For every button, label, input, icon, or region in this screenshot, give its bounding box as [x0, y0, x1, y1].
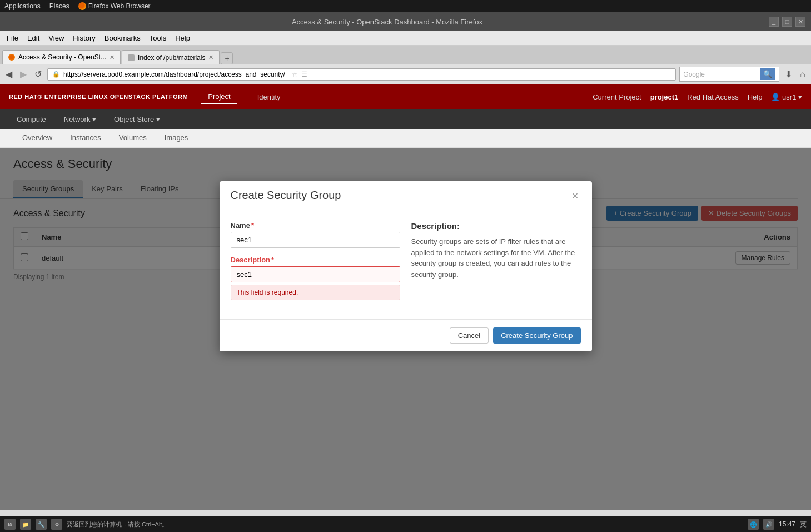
- tab-bar: Access & Security - OpenSt... ✕ Index of…: [0, 46, 811, 64]
- tab-access-security[interactable]: Access & Security - OpenSt... ✕: [2, 50, 121, 64]
- header-user[interactable]: 👤 usr1 ▾: [771, 93, 802, 101]
- firefox-label: Firefox Web Browser: [88, 2, 151, 10]
- horizontal-scrollbar[interactable]: [0, 510, 811, 516]
- submit-button[interactable]: Create Security Group: [493, 327, 580, 344]
- description-title: Description:: [411, 221, 581, 231]
- minimize-button[interactable]: _: [769, 17, 779, 27]
- new-tab-button[interactable]: +: [221, 52, 233, 64]
- reload-button[interactable]: ↺: [32, 68, 44, 81]
- modal-body: Name* Description* This field is require…: [220, 210, 592, 319]
- browser-title: Access & Security - OpenStack Dashboard …: [6, 18, 769, 26]
- modal-title: Create Security Group: [231, 189, 341, 202]
- maximize-button[interactable]: □: [782, 17, 792, 27]
- tab-instances[interactable]: Instances: [61, 129, 110, 147]
- name-input[interactable]: [231, 232, 400, 248]
- os-top-bar: Applications Places Firefox Web Browser: [0, 0, 811, 12]
- browser-title-bar: Access & Security - OpenStack Dashboard …: [0, 12, 811, 31]
- taskbar-icon-3[interactable]: 🔧: [36, 519, 47, 530]
- tab-images[interactable]: Images: [156, 129, 197, 147]
- back-button[interactable]: ◀: [3, 68, 14, 81]
- tab-1-close[interactable]: ✕: [110, 54, 115, 61]
- search-placeholder: Google: [683, 71, 758, 78]
- address-bar: ◀ ▶ ↺ 🔒 https://servera.pod0.example.com…: [0, 64, 811, 84]
- red-hat-access[interactable]: Red Hat Access: [687, 93, 739, 101]
- modal-description: Description: Security groups are sets of…: [411, 221, 581, 308]
- window-controls: _ □ ✕: [769, 17, 805, 27]
- taskbar-network-icon[interactable]: 🌐: [748, 519, 759, 530]
- address-input[interactable]: 🔒 https://servera.pod0.example.com/dashb…: [47, 68, 676, 81]
- menu-bookmarks[interactable]: Bookmarks: [100, 33, 145, 43]
- main-content: Access & Security Security Groups Key Pa…: [0, 148, 811, 510]
- bookmark-star-icon[interactable]: ☆: [292, 71, 298, 78]
- modal-backdrop: Create Security Group × Name*: [0, 148, 811, 510]
- modal-form: Name* Description* This field is require…: [231, 221, 400, 308]
- menu-history[interactable]: History: [68, 33, 99, 43]
- os-bottom-bar: 🖥 📁 🔧 ⚙ 要返回到您的计算机，请按 Ctrl+Alt。 🌐 🔊 15:47…: [0, 516, 811, 532]
- os-places[interactable]: Places: [49, 2, 69, 10]
- modal-header: Create Security Group ×: [220, 181, 592, 210]
- tab-overview[interactable]: Overview: [13, 129, 61, 147]
- description-field-group: Description* This field is required.: [231, 256, 400, 300]
- browser-menu-bar: File Edit View History Bookmarks Tools H…: [0, 31, 811, 46]
- description-input[interactable]: [231, 266, 400, 282]
- tab-index-pub[interactable]: Index of /pub/materials ✕: [122, 50, 220, 64]
- modal-footer: Cancel Create Security Group: [220, 319, 592, 351]
- bottom-right: 🌐 🔊 15:47 英: [748, 519, 807, 530]
- sub-nav-compute[interactable]: Compute: [9, 112, 54, 127]
- taskbar-icon-1[interactable]: 🖥: [4, 519, 16, 530]
- menu-edit[interactable]: Edit: [23, 33, 44, 43]
- notification-text: 要返回到您的计算机，请按 Ctrl+Alt。: [67, 520, 168, 529]
- openstack-header: RED HAT® ENTERPRISE LINUX OPENSTACK PLAT…: [0, 84, 811, 109]
- tab-1-label: Access & Security - OpenSt...: [18, 53, 106, 61]
- name-field-group: Name*: [231, 221, 400, 248]
- bottom-time: 15:47: [779, 520, 795, 528]
- create-security-group-modal: Create Security Group × Name*: [220, 181, 592, 351]
- menu-help[interactable]: Help: [171, 33, 195, 43]
- description-text: Security groups are sets of IP filter ru…: [411, 236, 581, 280]
- bottom-left: 🖥 📁 🔧 ⚙ 要返回到您的计算机，请按 Ctrl+Alt。: [4, 519, 168, 530]
- nav-identity[interactable]: Identity: [251, 91, 287, 103]
- taskbar-sound-icon[interactable]: 🔊: [763, 519, 774, 530]
- header-right: Current Project project1 Red Hat Access …: [593, 93, 802, 101]
- cancel-button[interactable]: Cancel: [450, 327, 489, 344]
- tab-volumes[interactable]: Volumes: [110, 129, 156, 147]
- reader-mode-icon[interactable]: ☰: [301, 71, 307, 78]
- tab-2-label: Index of /pub/materials: [138, 54, 205, 62]
- current-project-label: Current Project: [593, 93, 641, 101]
- openstack-brand: RED HAT® ENTERPRISE LINUX OPENSTACK PLAT…: [9, 93, 188, 100]
- nav-project[interactable]: Project: [201, 90, 237, 104]
- taskbar-icon-2[interactable]: 📁: [20, 519, 31, 530]
- header-help[interactable]: Help: [748, 93, 763, 101]
- current-project-value: project1: [650, 93, 679, 101]
- page-tabs: Overview Instances Volumes Images: [0, 129, 811, 148]
- menu-file[interactable]: File: [2, 33, 23, 43]
- sub-nav-network[interactable]: Network: [56, 112, 104, 127]
- sub-nav: Compute Network Object Store: [0, 109, 811, 129]
- address-text: https://servera.pod0.example.com/dashboa…: [63, 71, 285, 78]
- sub-nav-object-store[interactable]: Object Store: [106, 112, 168, 127]
- forward-button[interactable]: ▶: [18, 68, 29, 81]
- home-button[interactable]: ⌂: [798, 68, 808, 81]
- close-button[interactable]: ✕: [795, 17, 805, 27]
- modal-close-button[interactable]: ×: [570, 190, 581, 201]
- error-message: This field is required.: [231, 285, 400, 300]
- bottom-lang: 英: [800, 520, 807, 529]
- taskbar-icon-4[interactable]: ⚙: [51, 519, 62, 530]
- os-applications[interactable]: Applications: [4, 2, 41, 10]
- name-label: Name*: [231, 221, 400, 230]
- search-box[interactable]: Google 🔍: [679, 67, 779, 82]
- firefox-logo-icon: Firefox Web Browser: [78, 2, 151, 10]
- description-label: Description*: [231, 256, 400, 264]
- download-button[interactable]: ⬇: [783, 68, 794, 81]
- menu-tools[interactable]: Tools: [145, 33, 171, 43]
- lock-icon: 🔒: [52, 71, 60, 78]
- menu-view[interactable]: View: [44, 33, 68, 43]
- search-button[interactable]: 🔍: [760, 68, 775, 80]
- tab-2-close[interactable]: ✕: [208, 54, 213, 61]
